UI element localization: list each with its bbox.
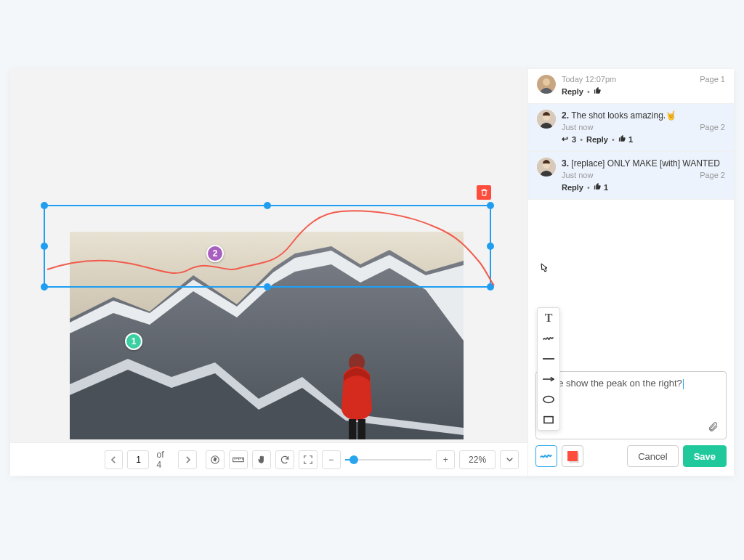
svg-point-7 xyxy=(543,78,550,86)
comment-timestamp: Just now xyxy=(562,123,593,131)
arrow-tool[interactable] xyxy=(538,369,559,389)
svg-rect-2 xyxy=(349,419,356,439)
compass-icon xyxy=(210,455,220,465)
oval-tool[interactable] xyxy=(538,389,559,410)
selection-box[interactable] xyxy=(44,205,491,288)
svg-point-14 xyxy=(543,397,554,403)
delete-annotation-button[interactable] xyxy=(477,185,491,200)
pin-number: 2 xyxy=(213,248,218,259)
canvas-area[interactable]: 1 2 of 4 xyxy=(10,69,527,476)
annotation-pin-2[interactable]: 2 xyxy=(206,245,224,262)
line-tool[interactable] xyxy=(538,349,559,369)
active-tool-chip[interactable] xyxy=(535,445,557,467)
page-total: of 4 xyxy=(156,450,171,470)
comment-item[interactable]: 2. The shot looks amazing.🤘 Just now Pag… xyxy=(528,104,734,152)
text-icon: T xyxy=(545,312,553,325)
oval-icon xyxy=(543,395,554,404)
selection-handle-tl[interactable] xyxy=(41,202,48,209)
ruler-icon xyxy=(232,455,244,465)
comment-page: Page 1 xyxy=(700,75,725,84)
svg-rect-3 xyxy=(358,419,365,439)
selection-handle-ml[interactable] xyxy=(41,243,48,250)
cancel-button[interactable]: Cancel xyxy=(627,445,678,467)
compass-button[interactable] xyxy=(206,450,225,469)
ruler-button[interactable] xyxy=(229,450,248,469)
selection-handle-mr[interactable] xyxy=(487,243,494,250)
page-next-button[interactable] xyxy=(178,450,197,469)
color-swatch xyxy=(567,451,578,461)
trash-icon xyxy=(480,188,488,197)
page-prev-button[interactable] xyxy=(105,450,124,469)
zoom-dropdown-button[interactable] xyxy=(500,450,519,469)
thumbs-up-icon xyxy=(618,134,626,142)
comment-text: [replace] ONLY MAKE [with] WANTED xyxy=(571,158,720,169)
text-tool[interactable]: T xyxy=(538,308,559,328)
like-button[interactable] xyxy=(594,86,602,96)
fit-button[interactable] xyxy=(299,450,318,469)
compose-text: d we show the peak on the right? xyxy=(543,378,682,389)
rotate-button[interactable] xyxy=(275,450,294,469)
plus-icon: + xyxy=(443,455,448,465)
hand-icon xyxy=(256,455,267,465)
line-icon xyxy=(543,357,554,360)
chevron-left-icon xyxy=(111,456,116,463)
bottom-toolbar: of 4 − + xyxy=(10,442,527,476)
minus-icon: − xyxy=(328,455,333,465)
attach-button[interactable] xyxy=(708,421,719,434)
thumbs-up-icon xyxy=(594,86,602,94)
zoom-in-button[interactable]: + xyxy=(436,450,455,469)
reply-button[interactable]: Reply xyxy=(586,135,608,144)
comment-timestamp: Today 12:07pm xyxy=(562,75,616,84)
zoom-slider-thumb[interactable] xyxy=(349,455,358,464)
like-button[interactable]: 1 xyxy=(618,134,633,144)
rect-tool[interactable] xyxy=(538,410,559,430)
comment-number: 3. xyxy=(562,158,569,169)
freehand-icon xyxy=(540,452,553,460)
avatar xyxy=(537,158,556,176)
chevron-right-icon xyxy=(185,456,190,463)
comment-number: 2. xyxy=(562,110,569,121)
reply-arrow-icon: ↩ xyxy=(562,134,568,144)
compose-textbox[interactable]: d we show the peak on the right? xyxy=(535,371,727,439)
svg-rect-15 xyxy=(544,417,553,423)
arrow-icon xyxy=(543,376,554,382)
chevron-down-icon xyxy=(506,458,513,462)
comments-list: Today 12:07pm Page 1 Reply • 2. The shot… xyxy=(528,69,734,200)
thumbs-up-icon xyxy=(594,182,602,190)
reply-button[interactable]: Reply xyxy=(562,87,583,96)
paperclip-icon xyxy=(708,421,719,432)
avatar xyxy=(537,110,556,129)
fit-icon xyxy=(303,455,313,465)
selection-handle-tr[interactable] xyxy=(487,202,494,209)
rect-icon xyxy=(543,415,554,424)
reply-button[interactable]: Reply xyxy=(562,183,583,192)
zoom-slider[interactable] xyxy=(345,451,432,468)
selection-handle-tm[interactable] xyxy=(264,202,271,209)
comment-page: Page 2 xyxy=(700,171,725,179)
compose-area: T d we show the peak on the right? Cance… xyxy=(528,364,734,476)
comment-timestamp: Just now xyxy=(562,171,593,179)
like-button[interactable]: 1 xyxy=(594,182,608,192)
freehand-icon xyxy=(543,334,554,343)
rotate-icon xyxy=(280,455,290,465)
like-count: 1 xyxy=(604,183,608,192)
comments-sidebar: Today 12:07pm Page 1 Reply • 2. The shot… xyxy=(527,69,734,476)
selection-handle-bm[interactable] xyxy=(264,283,271,291)
like-count: 1 xyxy=(628,135,633,144)
pan-button[interactable] xyxy=(252,450,271,469)
comment-item[interactable]: 3. [replace] ONLY MAKE [with] WANTED Jus… xyxy=(528,152,734,200)
freehand-tool[interactable] xyxy=(538,328,559,349)
pin-number: 1 xyxy=(132,336,137,346)
annotation-pin-1[interactable]: 1 xyxy=(125,333,142,350)
selection-handle-bl[interactable] xyxy=(41,283,48,291)
reply-count: 3 xyxy=(572,135,576,144)
annotation-tool-flyout: T xyxy=(537,307,560,431)
avatar xyxy=(537,75,556,94)
selection-handle-br[interactable] xyxy=(487,283,494,291)
color-chip[interactable] xyxy=(562,445,583,467)
comment-text: The shot looks amazing. xyxy=(571,110,666,121)
zoom-out-button[interactable]: − xyxy=(322,450,341,469)
comment-item[interactable]: Today 12:07pm Page 1 Reply • xyxy=(528,69,734,104)
save-button[interactable]: Save xyxy=(683,445,727,467)
page-input[interactable] xyxy=(127,450,149,469)
